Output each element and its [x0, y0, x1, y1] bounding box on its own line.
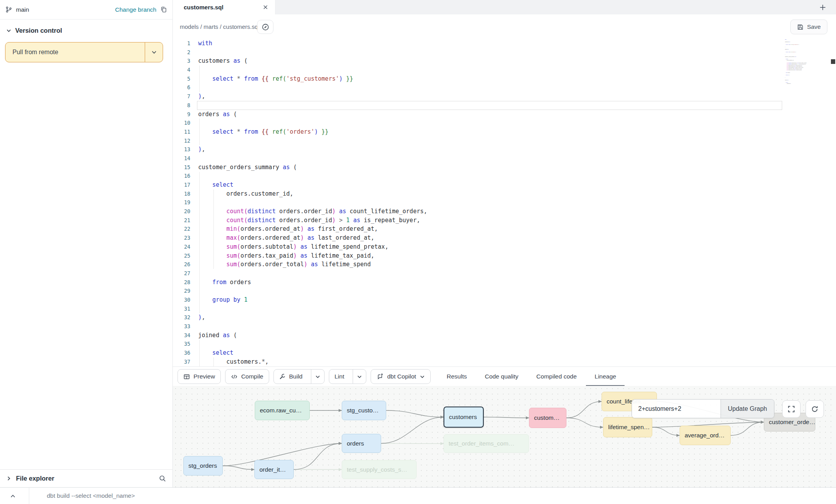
code-line[interactable]: 11 select * from {{ ref('orders') }} — [173, 127, 836, 136]
code-line[interactable]: 9orders as ( — [173, 110, 836, 119]
search-icon[interactable] — [159, 475, 166, 482]
code-line[interactable]: 17 select — [173, 180, 836, 189]
code-line[interactable]: 35 — [173, 340, 836, 348]
build-button[interactable]: Build — [273, 369, 325, 384]
save-button[interactable]: Save — [790, 19, 827, 34]
build-options-chevron[interactable] — [311, 370, 324, 384]
lineage-node-order_it[interactable]: order_it… — [254, 460, 294, 479]
lineage-node-orders[interactable]: orders — [342, 434, 381, 453]
version-control-section-header[interactable]: Version control — [0, 24, 172, 37]
code-line[interactable]: 36 select — [173, 348, 836, 357]
lineage-node-stg_custo[interactable]: stg_custo… — [342, 401, 386, 420]
code-line[interactable]: 21 count(distinct orders.order_id) > 1 a… — [173, 216, 836, 225]
command-input[interactable]: dbt build --select <model_name> — [47, 488, 135, 504]
file-explorer-title: File explorer — [16, 475, 154, 482]
lint-options-chevron[interactable] — [353, 370, 366, 384]
code-line[interactable]: 13), — [173, 145, 836, 154]
copilot-chevron-icon — [420, 374, 425, 379]
lineage-node-ecom_raw_cu[interactable]: ecom.raw_cu… — [255, 401, 310, 420]
lineage-edge-custom-lifetime_spen — [566, 418, 603, 427]
panel-tab-lineage[interactable]: Lineage — [595, 367, 616, 386]
code-line[interactable]: 6 — [173, 83, 836, 92]
lineage-node-lifetime_spen[interactable]: lifetime_spen… — [603, 417, 652, 437]
version-control-title: Version control — [15, 27, 62, 34]
code-line[interactable]: 5 select * from {{ ref('stg_customers') … — [173, 74, 836, 83]
code-line[interactable]: 10 — [173, 118, 836, 127]
code-line[interactable]: 14 — [173, 154, 836, 163]
code-line[interactable]: 15customer_orders_summary as ( — [173, 163, 836, 172]
lineage-node-test_order_items[interactable]: test_order_items_com… — [444, 434, 529, 453]
lineage-node-test_supply[interactable]: test_supply_costs_s… — [342, 460, 417, 479]
build-main[interactable]: Build — [274, 370, 307, 384]
code-line[interactable]: 34joined as ( — [173, 331, 836, 340]
dbt-copilot-button[interactable]: dbt Copilot — [371, 369, 430, 384]
table-icon — [183, 373, 190, 380]
refresh-button[interactable] — [806, 400, 824, 418]
lineage-edge-custom-count_lif — [566, 401, 602, 418]
code-line[interactable]: 23 max(orders.ordered_at) as last_ordere… — [173, 233, 836, 242]
code-line[interactable]: 20 count(distinct orders.order_id) as co… — [173, 207, 836, 216]
code-line[interactable]: 2 — [173, 48, 836, 57]
branch-name: main — [16, 6, 29, 13]
compile-label: Compile — [241, 373, 263, 380]
panel-tabs: ResultsCode qualityCompiled codeLineage — [447, 367, 616, 386]
code-line[interactable]: 12 — [173, 136, 836, 145]
code-line[interactable]: 8 — [173, 101, 836, 110]
code-line[interactable]: 33 — [173, 322, 836, 331]
compile-button[interactable]: Compile — [225, 369, 269, 384]
copilot-compass-button[interactable] — [257, 20, 273, 34]
code-line[interactable]: 29 — [173, 286, 836, 295]
code-line[interactable]: 25 sum(orders.tax_paid) as lifetime_tax_… — [173, 251, 836, 260]
code-editor[interactable]: 1with23customers as (45 select * from {{… — [173, 39, 836, 366]
new-tab-button[interactable] — [818, 3, 827, 12]
close-icon[interactable] — [263, 5, 268, 10]
lineage-node-customers[interactable]: customers — [444, 407, 484, 428]
lint-button[interactable]: Lint — [329, 369, 366, 384]
lineage-node-stg_orders[interactable]: stg_orders — [183, 456, 223, 476]
change-branch-link[interactable]: Change branch — [115, 6, 156, 13]
sidebar: main Change branch Version control Pull … — [0, 0, 173, 487]
code-line[interactable]: 37 customers.*, — [173, 357, 836, 366]
code-line[interactable]: 31 — [173, 304, 836, 313]
lineage-edge-order_it-orders — [294, 444, 342, 470]
lineage-node-average_ord[interactable]: average_ord… — [680, 426, 731, 445]
tab-customers-sql[interactable]: customers.sql — [173, 0, 275, 14]
code-line[interactable]: 28 from orders — [173, 278, 836, 287]
chevron-up-icon[interactable] — [4, 491, 22, 501]
lineage-panel[interactable]: ecom.raw_cu…stg_custo…customerscustom…co… — [173, 386, 836, 487]
code-line[interactable]: 32), — [173, 313, 836, 322]
update-graph-button[interactable]: Update Graph — [721, 400, 774, 418]
code-line[interactable]: 18 orders.customer_id, — [173, 189, 836, 198]
pull-options-chevron[interactable] — [145, 42, 163, 62]
panel-tab-results[interactable]: Results — [447, 367, 467, 386]
breadcrumb: models / marts / customers.sql — [180, 14, 259, 39]
git-branch-icon — [5, 6, 12, 13]
file-explorer-section-header[interactable]: File explorer — [0, 469, 172, 487]
panel-tab-compiled-code[interactable]: Compiled code — [536, 367, 577, 386]
code-line[interactable]: 16 — [173, 172, 836, 180]
code-line[interactable]: 19 — [173, 198, 836, 207]
code-line[interactable]: 27 — [173, 269, 836, 278]
code-line[interactable]: 22 min(orders.ordered_at) as first_order… — [173, 225, 836, 233]
copy-icon[interactable] — [160, 6, 167, 13]
tab-title: customers.sql — [184, 4, 257, 11]
code-line[interactable]: 7), — [173, 92, 836, 101]
code-line[interactable]: 30 group by 1 — [173, 295, 836, 304]
fullscreen-button[interactable] — [782, 400, 801, 418]
code-line[interactable]: 26 sum(orders.order_total) as lifetime_s… — [173, 260, 836, 269]
code-line[interactable]: 3customers as ( — [173, 57, 836, 65]
chevron-down-icon — [6, 28, 11, 33]
status-bar: dbt build --select <model_name> Defer to… — [0, 487, 836, 504]
lint-main[interactable]: Lint — [329, 370, 349, 384]
panel-tab-code-quality[interactable]: Code quality — [485, 367, 518, 386]
code-icon — [231, 373, 238, 380]
graph-search-input[interactable]: 2+customers+2 — [632, 400, 721, 418]
lineage-node-custom[interactable]: custom… — [529, 408, 566, 428]
build-label: Build — [289, 373, 302, 380]
pull-from-remote-button[interactable]: Pull from remote — [5, 42, 163, 62]
preview-button[interactable]: Preview — [177, 369, 221, 384]
code-line[interactable]: 1with — [173, 39, 836, 48]
code-line[interactable]: 4 — [173, 65, 836, 74]
lineage-edge-customers-custom — [484, 417, 529, 418]
code-line[interactable]: 24 sum(orders.subtotal) as lifetime_spen… — [173, 242, 836, 251]
